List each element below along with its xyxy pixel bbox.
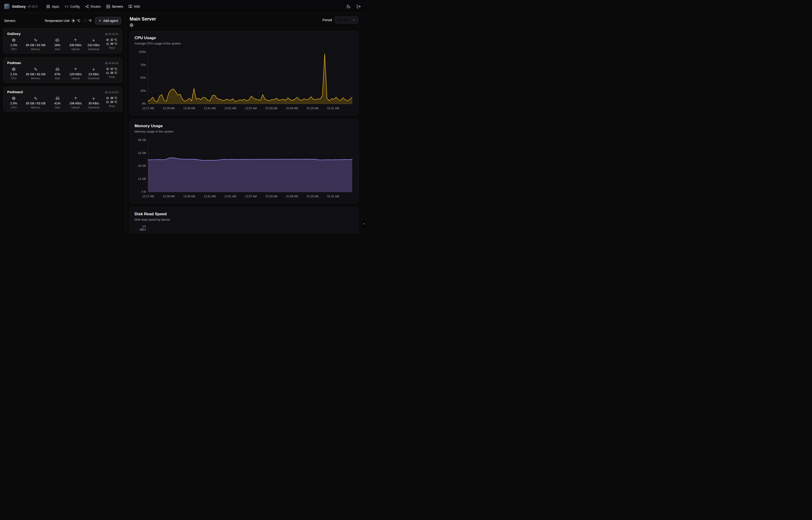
server-card-podman[interactable]: Podman @ 16:16:24 2.1% CPU 35 GB / 63 GB… bbox=[3, 57, 122, 82]
add-agent-label: Add agent bbox=[103, 19, 118, 23]
cpu-icon bbox=[106, 38, 109, 41]
celsius-radio[interactable]: °C bbox=[72, 19, 80, 23]
y-axis: 56 GB42 GB28 GB14 GB0 B bbox=[135, 140, 148, 199]
add-agent-button[interactable]: Add agent bbox=[95, 17, 121, 25]
book-icon bbox=[129, 5, 132, 8]
server-icon bbox=[106, 5, 110, 8]
server-name: Podman2 bbox=[7, 90, 23, 94]
nav-item-config[interactable]: Config bbox=[65, 5, 79, 8]
disk-label: Disk bbox=[55, 48, 60, 51]
y-axis: 100%75%50%25%0% bbox=[135, 52, 148, 111]
cpu-label: CPU bbox=[11, 106, 16, 109]
x-axis: 12:17 AM12:26 AM12:35 AM12:41 AM12:51 AM… bbox=[148, 106, 352, 111]
upload-label: Upload bbox=[72, 48, 80, 51]
version-label: v0.18.0 bbox=[28, 5, 38, 8]
upload-label: Upload bbox=[72, 77, 80, 80]
x-tick-label: 12:17 AM bbox=[142, 107, 154, 110]
x-tick-label: 12:41 AM bbox=[204, 195, 216, 198]
download-label: Download bbox=[88, 48, 100, 51]
main-content: Main Server Period Last hour CPU Usage A… bbox=[126, 13, 365, 234]
fahrenheit-radio[interactable]: °F bbox=[84, 19, 92, 23]
period-value: Last hour bbox=[338, 18, 350, 22]
y-tick-label: 56 GB bbox=[136, 139, 146, 142]
x-tick-label: 01:15 AM bbox=[307, 107, 318, 110]
celsius-label: °C bbox=[77, 19, 80, 23]
download-stat: 23 KB/s Download bbox=[87, 67, 100, 80]
download-label: Download bbox=[88, 77, 100, 80]
disk-stat: 41% Disk bbox=[52, 97, 63, 109]
dark-mode-toggle[interactable] bbox=[346, 4, 351, 9]
activity-icon bbox=[34, 97, 37, 100]
godoxy-logo bbox=[4, 4, 10, 9]
nav-item-routes[interactable]: Routes bbox=[85, 5, 101, 8]
cpu-icon bbox=[12, 38, 16, 42]
cpu-value: 2.1% bbox=[10, 73, 17, 76]
download-stat: 232 KB/s Download bbox=[87, 38, 100, 51]
memory-value: 35 GB / 63 GB bbox=[26, 73, 46, 76]
server-timestamp: @ 16:16:24 bbox=[105, 91, 118, 94]
memory-usage-chart bbox=[148, 140, 352, 192]
memory-usage-card: Memory Usage Memory usage of the system … bbox=[130, 119, 359, 203]
server-card-godoxy[interactable]: GoDoxy @ 16:16:24 2.2% CPU 35 GB / 63 GB… bbox=[3, 28, 122, 53]
nav-item-label: Servers bbox=[112, 5, 123, 8]
period-select[interactable]: Last hour bbox=[335, 16, 359, 24]
x-tick-label: 12:57 AM bbox=[245, 195, 257, 198]
cpu-icon bbox=[12, 97, 16, 100]
cpu-icon bbox=[12, 67, 16, 71]
fahrenheit-label: °F bbox=[88, 19, 92, 23]
disk-stat: 16% Disk bbox=[51, 38, 63, 51]
x-tick-label: 01:15 AM bbox=[307, 195, 318, 198]
temperature-unit-label: Temperature Unit bbox=[45, 19, 69, 23]
server-url-link[interactable] bbox=[130, 23, 133, 27]
upload-stat: 335 KB/s Upload bbox=[69, 38, 82, 51]
upload-arrow-icon bbox=[74, 67, 78, 71]
server-card-podman2[interactable]: Podman2 @ 16:16:24 2.5% CPU 35 GB / 63 G… bbox=[3, 87, 122, 111]
logout-button[interactable] bbox=[357, 4, 361, 9]
upload-arrow-icon bbox=[74, 38, 77, 42]
cpu-icon bbox=[106, 97, 109, 100]
nav-item-apps[interactable]: Apps bbox=[46, 5, 59, 8]
radio-checked-icon bbox=[72, 19, 75, 22]
upload-stat: 129 KB/s Upload bbox=[69, 67, 82, 80]
download-label: Download bbox=[88, 106, 100, 109]
chart-subtitle: Average CPU usage of the system bbox=[135, 42, 352, 45]
upload-value: 106 KB/s bbox=[69, 102, 82, 105]
y-tick-label: 14 GB bbox=[136, 178, 146, 181]
memory-value: 35 GB / 63 GB bbox=[26, 43, 46, 47]
disk-value: 41% bbox=[54, 102, 60, 105]
x-tick-label: 12:26 AM bbox=[163, 195, 175, 198]
temp-label: Temp bbox=[109, 46, 115, 49]
hard-drive-icon bbox=[56, 97, 59, 100]
chart-title: Memory Usage bbox=[135, 124, 352, 128]
radio-unchecked-icon bbox=[84, 19, 87, 22]
upload-stat: 106 KB/s Upload bbox=[69, 97, 82, 109]
moon-icon bbox=[346, 4, 351, 9]
cpu-temp-value: 32 °C bbox=[110, 67, 117, 71]
memory-value: 35 GB / 63 GB bbox=[26, 102, 46, 105]
cpu-usage-card: CPU Usage Average CPU usage of the syste… bbox=[130, 31, 359, 115]
globe-icon bbox=[130, 23, 133, 27]
temp-label: Temp bbox=[109, 76, 115, 78]
cpu-temp-value: 32 °C bbox=[110, 38, 117, 42]
download-stat: 30 KB/s Download bbox=[87, 97, 100, 109]
disk-value: 16% bbox=[54, 43, 60, 47]
chevron-left-icon bbox=[362, 223, 365, 225]
x-tick-label: 12:41 AM bbox=[204, 107, 216, 110]
memory-label: Memory bbox=[31, 48, 40, 51]
hard-drive-icon bbox=[55, 38, 59, 42]
download-value: 23 KB/s bbox=[88, 73, 99, 76]
y-tick-label: 42 GB bbox=[136, 152, 146, 155]
download-arrow-icon bbox=[92, 97, 95, 100]
disk-read-speed-chart bbox=[148, 228, 352, 234]
temp-stat: 38 °C 38 °C Temp bbox=[106, 97, 118, 109]
nav-item-wiki[interactable]: Wiki bbox=[129, 5, 140, 8]
x-tick-label: 01:21 AM bbox=[327, 107, 339, 110]
x-tick-label: 01:21 AM bbox=[327, 195, 339, 198]
logout-icon bbox=[357, 4, 361, 9]
panel-collapse-handle[interactable] bbox=[362, 219, 365, 228]
disk-temp-value: 38 °C bbox=[110, 71, 117, 75]
temp-stat: 32 °C 38 °C Temp bbox=[106, 38, 118, 51]
disk-label: Disk bbox=[55, 77, 60, 80]
nav-item-servers[interactable]: Servers bbox=[106, 5, 123, 8]
download-value: 232 KB/s bbox=[87, 43, 100, 47]
